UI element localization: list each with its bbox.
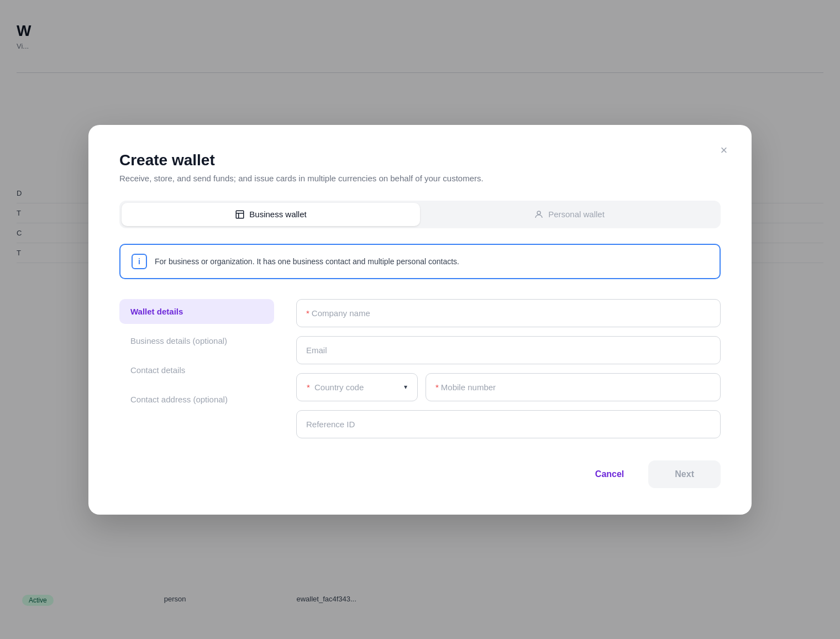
svg-point-3 — [537, 211, 540, 214]
country-code-select[interactable]: * Country code ▾ — [296, 373, 418, 401]
personal-wallet-label: Personal wallet — [548, 209, 605, 219]
mobile-number-input[interactable] — [426, 373, 721, 401]
form-layout: Wallet details Business details (optiona… — [119, 299, 721, 438]
info-icon: i — [132, 254, 147, 269]
sidebar-item-contact-address[interactable]: Contact address (optional) — [119, 387, 274, 412]
chevron-down-icon: ▾ — [404, 383, 407, 391]
cancel-button[interactable]: Cancel — [584, 463, 635, 486]
email-field-wrapper: Email — [296, 336, 721, 364]
company-name-field-wrapper: * Company name — [296, 299, 721, 327]
form-fields: * Company name Email * — [296, 299, 721, 438]
phone-row: * Country code ▾ * Mobile number — [296, 373, 721, 401]
sidebar-item-business-details[interactable]: Business details (optional) — [119, 328, 274, 353]
sidebar-item-wallet-details[interactable]: Wallet details — [119, 299, 274, 324]
sidebar-item-contact-details[interactable]: Contact details — [119, 358, 274, 383]
mobile-number-field-wrapper: * Mobile number — [426, 373, 721, 401]
country-code-label: * Country code — [307, 383, 364, 392]
reference-id-field-wrapper: Reference ID — [296, 410, 721, 438]
person-icon — [534, 209, 544, 219]
next-button[interactable]: Next — [648, 460, 721, 488]
email-input[interactable] — [296, 336, 721, 364]
close-button[interactable]: × — [714, 140, 734, 160]
svg-rect-0 — [237, 211, 244, 218]
company-name-input[interactable] — [296, 299, 721, 327]
personal-wallet-tab[interactable]: Personal wallet — [420, 203, 718, 226]
business-wallet-tab[interactable]: Business wallet — [122, 203, 420, 226]
wallet-type-toggle: Business wallet Personal wallet — [119, 201, 721, 228]
modal-title: Create wallet — [119, 151, 721, 169]
building-icon — [235, 209, 245, 219]
country-code-required-star: * — [307, 383, 310, 392]
country-code-placeholder-text: Country code — [314, 383, 364, 392]
reference-id-input[interactable] — [296, 410, 721, 438]
modal-subtitle: Receive, store, and send funds; and issu… — [119, 174, 721, 183]
info-box: i For business or organization. It has o… — [119, 244, 721, 279]
create-wallet-modal: × Create wallet Receive, store, and send… — [88, 125, 752, 515]
modal-actions: Cancel Next — [119, 460, 721, 488]
modal-backdrop: × Create wallet Receive, store, and send… — [0, 0, 840, 639]
close-icon: × — [721, 143, 728, 158]
info-text: For business or organization. It has one… — [155, 257, 459, 266]
business-wallet-label: Business wallet — [249, 209, 306, 219]
form-sidebar: Wallet details Business details (optiona… — [119, 299, 274, 438]
